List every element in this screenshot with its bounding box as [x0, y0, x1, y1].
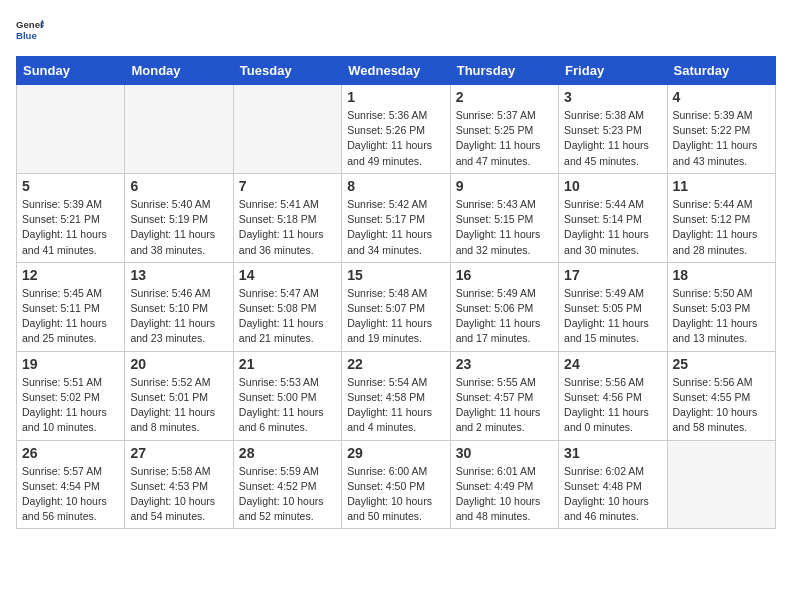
day-info: Sunrise: 5:52 AMSunset: 5:01 PMDaylight:… [130, 375, 227, 436]
day-info: Sunrise: 6:01 AMSunset: 4:49 PMDaylight:… [456, 464, 553, 525]
day-info: Sunrise: 5:56 AMSunset: 4:56 PMDaylight:… [564, 375, 661, 436]
calendar-day-cell: 6 Sunrise: 5:40 AMSunset: 5:19 PMDayligh… [125, 173, 233, 262]
day-number: 1 [347, 89, 444, 105]
day-number: 14 [239, 267, 336, 283]
weekday-header-cell: Friday [559, 57, 667, 85]
day-number: 12 [22, 267, 119, 283]
calendar-day-cell: 7 Sunrise: 5:41 AMSunset: 5:18 PMDayligh… [233, 173, 341, 262]
day-number: 19 [22, 356, 119, 372]
calendar-week-row: 1 Sunrise: 5:36 AMSunset: 5:26 PMDayligh… [17, 85, 776, 174]
day-info: Sunrise: 5:38 AMSunset: 5:23 PMDaylight:… [564, 108, 661, 169]
calendar-day-cell: 13 Sunrise: 5:46 AMSunset: 5:10 PMDaylig… [125, 262, 233, 351]
weekday-header-cell: Wednesday [342, 57, 450, 85]
day-info: Sunrise: 5:43 AMSunset: 5:15 PMDaylight:… [456, 197, 553, 258]
calendar-day-cell: 28 Sunrise: 5:59 AMSunset: 4:52 PMDaylig… [233, 440, 341, 529]
day-number: 3 [564, 89, 661, 105]
calendar-day-cell: 16 Sunrise: 5:49 AMSunset: 5:06 PMDaylig… [450, 262, 558, 351]
calendar-week-row: 5 Sunrise: 5:39 AMSunset: 5:21 PMDayligh… [17, 173, 776, 262]
day-number: 23 [456, 356, 553, 372]
calendar-day-cell: 24 Sunrise: 5:56 AMSunset: 4:56 PMDaylig… [559, 351, 667, 440]
calendar-day-cell: 14 Sunrise: 5:47 AMSunset: 5:08 PMDaylig… [233, 262, 341, 351]
calendar-day-cell: 8 Sunrise: 5:42 AMSunset: 5:17 PMDayligh… [342, 173, 450, 262]
weekday-header-cell: Thursday [450, 57, 558, 85]
day-number: 10 [564, 178, 661, 194]
weekday-header-row: SundayMondayTuesdayWednesdayThursdayFrid… [17, 57, 776, 85]
logo-icon: General Blue [16, 16, 44, 44]
calendar-day-cell: 9 Sunrise: 5:43 AMSunset: 5:15 PMDayligh… [450, 173, 558, 262]
day-info: Sunrise: 5:51 AMSunset: 5:02 PMDaylight:… [22, 375, 119, 436]
calendar-day-cell: 4 Sunrise: 5:39 AMSunset: 5:22 PMDayligh… [667, 85, 775, 174]
calendar-week-row: 12 Sunrise: 5:45 AMSunset: 5:11 PMDaylig… [17, 262, 776, 351]
day-number: 15 [347, 267, 444, 283]
day-info: Sunrise: 5:40 AMSunset: 5:19 PMDaylight:… [130, 197, 227, 258]
calendar-week-row: 19 Sunrise: 5:51 AMSunset: 5:02 PMDaylig… [17, 351, 776, 440]
day-number: 16 [456, 267, 553, 283]
page-header: General Blue [16, 16, 776, 44]
calendar-body: 1 Sunrise: 5:36 AMSunset: 5:26 PMDayligh… [17, 85, 776, 529]
day-info: Sunrise: 5:56 AMSunset: 4:55 PMDaylight:… [673, 375, 770, 436]
calendar-day-cell [233, 85, 341, 174]
calendar-day-cell: 12 Sunrise: 5:45 AMSunset: 5:11 PMDaylig… [17, 262, 125, 351]
day-number: 21 [239, 356, 336, 372]
day-info: Sunrise: 5:42 AMSunset: 5:17 PMDaylight:… [347, 197, 444, 258]
calendar-day-cell: 27 Sunrise: 5:58 AMSunset: 4:53 PMDaylig… [125, 440, 233, 529]
day-info: Sunrise: 5:44 AMSunset: 5:12 PMDaylight:… [673, 197, 770, 258]
day-info: Sunrise: 5:39 AMSunset: 5:22 PMDaylight:… [673, 108, 770, 169]
calendar-day-cell: 5 Sunrise: 5:39 AMSunset: 5:21 PMDayligh… [17, 173, 125, 262]
calendar-day-cell: 29 Sunrise: 6:00 AMSunset: 4:50 PMDaylig… [342, 440, 450, 529]
day-info: Sunrise: 5:47 AMSunset: 5:08 PMDaylight:… [239, 286, 336, 347]
day-number: 20 [130, 356, 227, 372]
weekday-header-cell: Sunday [17, 57, 125, 85]
day-number: 11 [673, 178, 770, 194]
day-number: 17 [564, 267, 661, 283]
day-info: Sunrise: 5:50 AMSunset: 5:03 PMDaylight:… [673, 286, 770, 347]
calendar-day-cell: 1 Sunrise: 5:36 AMSunset: 5:26 PMDayligh… [342, 85, 450, 174]
day-info: Sunrise: 5:55 AMSunset: 4:57 PMDaylight:… [456, 375, 553, 436]
day-info: Sunrise: 5:48 AMSunset: 5:07 PMDaylight:… [347, 286, 444, 347]
weekday-header-cell: Tuesday [233, 57, 341, 85]
day-info: Sunrise: 6:02 AMSunset: 4:48 PMDaylight:… [564, 464, 661, 525]
calendar-day-cell: 10 Sunrise: 5:44 AMSunset: 5:14 PMDaylig… [559, 173, 667, 262]
calendar-day-cell: 15 Sunrise: 5:48 AMSunset: 5:07 PMDaylig… [342, 262, 450, 351]
day-number: 24 [564, 356, 661, 372]
day-info: Sunrise: 5:39 AMSunset: 5:21 PMDaylight:… [22, 197, 119, 258]
day-info: Sunrise: 5:57 AMSunset: 4:54 PMDaylight:… [22, 464, 119, 525]
calendar-day-cell: 2 Sunrise: 5:37 AMSunset: 5:25 PMDayligh… [450, 85, 558, 174]
day-info: Sunrise: 5:44 AMSunset: 5:14 PMDaylight:… [564, 197, 661, 258]
day-number: 8 [347, 178, 444, 194]
svg-text:Blue: Blue [16, 30, 37, 41]
day-number: 4 [673, 89, 770, 105]
day-number: 26 [22, 445, 119, 461]
day-number: 13 [130, 267, 227, 283]
day-info: Sunrise: 5:49 AMSunset: 5:05 PMDaylight:… [564, 286, 661, 347]
calendar-day-cell: 18 Sunrise: 5:50 AMSunset: 5:03 PMDaylig… [667, 262, 775, 351]
day-number: 7 [239, 178, 336, 194]
calendar-day-cell: 31 Sunrise: 6:02 AMSunset: 4:48 PMDaylig… [559, 440, 667, 529]
weekday-header-cell: Saturday [667, 57, 775, 85]
day-number: 28 [239, 445, 336, 461]
weekday-header-cell: Monday [125, 57, 233, 85]
calendar-day-cell: 11 Sunrise: 5:44 AMSunset: 5:12 PMDaylig… [667, 173, 775, 262]
calendar-day-cell [667, 440, 775, 529]
calendar-day-cell: 25 Sunrise: 5:56 AMSunset: 4:55 PMDaylig… [667, 351, 775, 440]
day-number: 22 [347, 356, 444, 372]
calendar-day-cell: 17 Sunrise: 5:49 AMSunset: 5:05 PMDaylig… [559, 262, 667, 351]
calendar-day-cell: 20 Sunrise: 5:52 AMSunset: 5:01 PMDaylig… [125, 351, 233, 440]
day-info: Sunrise: 5:53 AMSunset: 5:00 PMDaylight:… [239, 375, 336, 436]
day-info: Sunrise: 5:49 AMSunset: 5:06 PMDaylight:… [456, 286, 553, 347]
calendar-day-cell: 22 Sunrise: 5:54 AMSunset: 4:58 PMDaylig… [342, 351, 450, 440]
day-info: Sunrise: 5:36 AMSunset: 5:26 PMDaylight:… [347, 108, 444, 169]
day-number: 29 [347, 445, 444, 461]
day-info: Sunrise: 5:58 AMSunset: 4:53 PMDaylight:… [130, 464, 227, 525]
calendar-day-cell: 30 Sunrise: 6:01 AMSunset: 4:49 PMDaylig… [450, 440, 558, 529]
day-info: Sunrise: 6:00 AMSunset: 4:50 PMDaylight:… [347, 464, 444, 525]
day-info: Sunrise: 5:37 AMSunset: 5:25 PMDaylight:… [456, 108, 553, 169]
svg-text:General: General [16, 19, 44, 30]
day-info: Sunrise: 5:59 AMSunset: 4:52 PMDaylight:… [239, 464, 336, 525]
calendar-day-cell [125, 85, 233, 174]
logo: General Blue [16, 16, 44, 44]
day-info: Sunrise: 5:46 AMSunset: 5:10 PMDaylight:… [130, 286, 227, 347]
day-number: 2 [456, 89, 553, 105]
calendar-day-cell: 23 Sunrise: 5:55 AMSunset: 4:57 PMDaylig… [450, 351, 558, 440]
calendar-day-cell [17, 85, 125, 174]
